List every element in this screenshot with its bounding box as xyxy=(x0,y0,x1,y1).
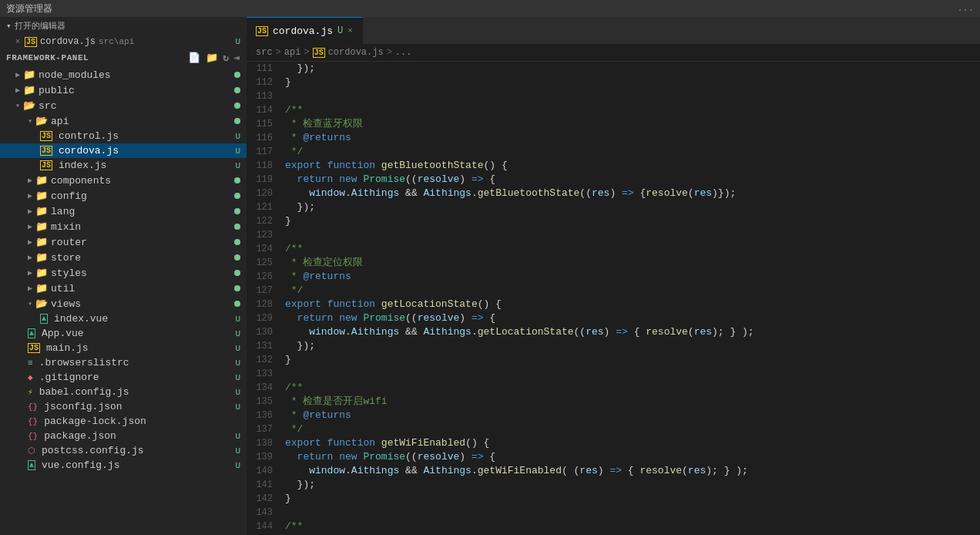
open-editor-item[interactable]: × JS cordova.js src\api U xyxy=(0,35,247,49)
code-editor[interactable]: 111 });112}113114/**115 * 检查蓝牙权限116 * @r… xyxy=(247,62,980,535)
tree-item-views[interactable]: ▾ 📂 views xyxy=(0,296,247,311)
tab-cordova-js[interactable]: JS cordova.js U × xyxy=(247,17,363,44)
line-number: 123 xyxy=(247,228,285,242)
tree-item-package-lock-json[interactable]: {} package-lock.json xyxy=(0,414,247,429)
code-line: 124/** xyxy=(247,242,980,256)
tree-item-index-vue[interactable]: ▲ index.vue U xyxy=(0,311,247,326)
vue-icon: ▲ xyxy=(40,314,48,324)
line-number: 132 xyxy=(247,353,285,367)
line-number: 130 xyxy=(247,325,285,339)
modified-badge: U xyxy=(235,446,240,456)
browser-icon: ≡ xyxy=(28,358,33,368)
tree-item-main-js[interactable]: JS main.js U xyxy=(0,341,247,355)
new-file-icon[interactable]: 📄 xyxy=(188,52,201,64)
line-content: * 检查定位权限 xyxy=(285,256,980,270)
line-content: export function getWiFiEnabled() { xyxy=(285,436,980,450)
tree-item-public[interactable]: ▶ 📁 public xyxy=(0,82,247,98)
line-number: 134 xyxy=(247,381,285,395)
tree-item-postcss-config[interactable]: ⬡ postcss.config.js U xyxy=(0,443,247,458)
tree-item-label: api xyxy=(51,116,69,127)
tree-item-index-js[interactable]: JS index.js U xyxy=(0,158,247,173)
code-line: 119 return new Promise((resolve) => { xyxy=(247,173,980,187)
chevron-right-icon: ▶ xyxy=(28,237,32,247)
open-editors-chevron: ▾ xyxy=(6,21,12,31)
breadcrumb-more: ... xyxy=(395,47,412,58)
code-line: 143 xyxy=(247,506,980,520)
tree-item-gitignore[interactable]: ◆ .gitignore U xyxy=(0,370,247,385)
line-content: /** xyxy=(285,103,980,117)
code-line: 133 xyxy=(247,367,980,381)
breadcrumb: src > api > JS cordova.js > ... xyxy=(247,44,980,62)
line-content: */ xyxy=(285,145,980,159)
title-bar-more-button[interactable]: ... xyxy=(957,3,974,14)
folder-icon: 📁 xyxy=(23,84,35,96)
folder-open-icon: 📂 xyxy=(35,298,48,310)
tree-item-label: .gitignore xyxy=(39,372,99,383)
panel-icons: 📄 📁 ↻ ⇥ xyxy=(188,52,240,64)
chevron-right-icon: ▶ xyxy=(28,253,32,262)
code-line: 122} xyxy=(247,214,980,228)
new-folder-icon[interactable]: 📁 xyxy=(206,52,219,64)
line-number: 122 xyxy=(247,214,285,228)
json-icon: {} xyxy=(28,402,38,412)
tree-item-lang[interactable]: ▶ 📁 lang xyxy=(0,204,247,219)
line-content: window.Aithings && Aithings.getLocationS… xyxy=(285,325,980,339)
sidebar: ▾ 打开的编辑器 × JS cordova.js src\api U FRAME… xyxy=(0,17,247,535)
tab-close-button[interactable]: × xyxy=(347,26,353,35)
tree-item-jsconfig-json[interactable]: {} jsconfig.json U xyxy=(0,399,247,414)
modified-dot xyxy=(234,103,240,109)
refresh-icon[interactable]: ↻ xyxy=(223,52,229,64)
tree-item-label: styles xyxy=(51,268,87,279)
line-number: 139 xyxy=(247,450,285,464)
modified-badge: U xyxy=(235,37,240,46)
tree-item-browserslistrc[interactable]: ≡ .browserslistrc U xyxy=(0,355,247,370)
tree-item-util[interactable]: ▶ 📁 util xyxy=(0,281,247,296)
tree-item-mixin[interactable]: ▶ 📁 mixin xyxy=(0,219,247,234)
framework-panel-label: FRAMEWORK-PANEL xyxy=(6,53,89,62)
line-content: * 检查蓝牙权限 xyxy=(285,117,980,131)
tree-item-label: router xyxy=(51,237,87,248)
line-content: } xyxy=(285,353,980,367)
tree-item-cordova-js[interactable]: JS cordova.js U xyxy=(0,143,247,158)
tree-item-control-js[interactable]: JS control.js U xyxy=(0,129,247,143)
js-icon: JS xyxy=(40,160,52,170)
tree-item-store[interactable]: ▶ 📁 store xyxy=(0,250,247,265)
tree-item-package-json[interactable]: {} package.json U xyxy=(0,429,247,443)
line-number: 142 xyxy=(247,492,285,506)
open-editors-label: 打开的编辑器 xyxy=(15,20,65,32)
line-number: 124 xyxy=(247,242,285,256)
vue-icon: ▲ xyxy=(28,460,35,470)
tree-item-api[interactable]: ▾ 📂 api xyxy=(0,113,247,129)
line-number: 120 xyxy=(247,187,285,200)
code-line: 112} xyxy=(247,76,980,89)
tree-item-config[interactable]: ▶ 📁 config xyxy=(0,188,247,204)
code-line: 123 xyxy=(247,228,980,242)
js-icon: JS xyxy=(40,131,52,141)
tree-item-components[interactable]: ▶ 📁 components xyxy=(0,173,247,188)
open-editors-header[interactable]: ▾ 打开的编辑器 xyxy=(0,17,247,35)
line-content: }); xyxy=(285,478,980,492)
tree-item-styles[interactable]: ▶ 📁 styles xyxy=(0,265,247,281)
js-file-icon: JS xyxy=(25,37,37,47)
folder-icon: 📁 xyxy=(35,282,48,294)
code-line: 139 return new Promise((resolve) => { xyxy=(247,450,980,464)
line-number: 116 xyxy=(247,131,285,145)
collapse-icon[interactable]: ⇥ xyxy=(234,52,240,64)
line-number: 137 xyxy=(247,422,285,436)
tree-item-router[interactable]: ▶ 📁 router xyxy=(0,234,247,250)
tree-item-node-modules[interactable]: ▶ 📁 node_modules xyxy=(0,67,247,82)
chevron-right-icon: ▶ xyxy=(15,86,20,95)
line-content: export function getBluetoothState() { xyxy=(285,159,980,173)
tree-item-app-vue[interactable]: ▲ App.vue U xyxy=(0,326,247,341)
code-line: 128export function getLocationState() { xyxy=(247,298,980,311)
modified-dot xyxy=(234,285,240,291)
tree-item-vue-config[interactable]: ▲ vue.config.js U xyxy=(0,458,247,473)
title-bar: 资源管理器 ... xyxy=(0,0,980,17)
tree-item-babel-config[interactable]: ⚡ babel.config.js U xyxy=(0,385,247,399)
tree-item-src[interactable]: ▾ 📂 src xyxy=(0,98,247,113)
line-number: 118 xyxy=(247,159,285,173)
modified-badge: U xyxy=(235,146,240,156)
close-editor-icon[interactable]: × xyxy=(15,38,20,46)
line-number: 131 xyxy=(247,339,285,353)
modified-badge: U xyxy=(235,432,240,441)
